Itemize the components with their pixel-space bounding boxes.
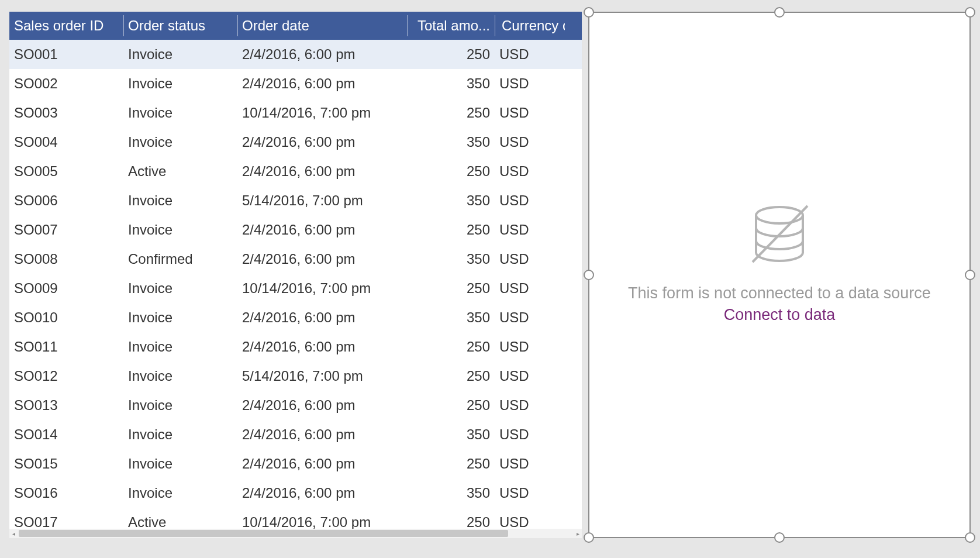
- table-row[interactable]: SO013Invoice2/4/2016, 6:00 pm250USD: [9, 391, 582, 420]
- scroll-left-icon[interactable]: ◂: [9, 531, 18, 537]
- column-header-currency[interactable]: Currency of T: [495, 12, 565, 40]
- cell-sales-order-id: SO011: [9, 339, 123, 355]
- cell-total-amount: 250: [407, 397, 495, 414]
- cell-sales-order-id: SO005: [9, 163, 123, 180]
- cell-order-status: Invoice: [123, 75, 237, 92]
- cell-total-amount: 350: [407, 134, 495, 150]
- cell-sales-order-id: SO015: [9, 456, 123, 472]
- resize-handle-top-right[interactable]: [965, 7, 975, 18]
- cell-order-status: Active: [123, 163, 237, 180]
- cell-order-status: Invoice: [123, 46, 237, 63]
- cell-total-amount: 250: [407, 222, 495, 238]
- cell-sales-order-id: SO007: [9, 222, 123, 238]
- cell-currency: USD: [495, 105, 565, 121]
- cell-order-date: 10/14/2016, 7:00 pm: [237, 105, 407, 121]
- table-row[interactable]: SO016Invoice2/4/2016, 6:00 pm350USD: [9, 478, 582, 508]
- cell-sales-order-id: SO014: [9, 426, 123, 443]
- cell-currency: USD: [495, 485, 565, 501]
- table-row[interactable]: SO008Confirmed2/4/2016, 6:00 pm350USD: [9, 244, 582, 274]
- table-row[interactable]: SO017Active10/14/2016, 7:00 pm250USD: [9, 508, 582, 529]
- cell-order-status: Invoice: [123, 485, 237, 501]
- cell-order-date: 2/4/2016, 6:00 pm: [237, 485, 407, 501]
- table-row[interactable]: SO005Active2/4/2016, 6:00 pm250USD: [9, 157, 582, 186]
- table-body[interactable]: SO001Invoice2/4/2016, 6:00 pm250USDSO002…: [9, 40, 582, 529]
- resize-handle-middle-left[interactable]: [584, 270, 594, 280]
- table-row[interactable]: SO012Invoice5/14/2016, 7:00 pm250USD: [9, 361, 582, 391]
- table-row[interactable]: SO010Invoice2/4/2016, 6:00 pm350USD: [9, 303, 582, 332]
- cell-order-date: 2/4/2016, 6:00 pm: [237, 163, 407, 180]
- resize-handle-top-left[interactable]: [584, 7, 594, 18]
- table-row[interactable]: SO011Invoice2/4/2016, 6:00 pm250USD: [9, 332, 582, 361]
- table-row[interactable]: SO006Invoice5/14/2016, 7:00 pm350USD: [9, 186, 582, 215]
- cell-total-amount: 250: [407, 105, 495, 121]
- cell-order-date: 10/14/2016, 7:00 pm: [237, 514, 407, 529]
- cell-currency: USD: [495, 134, 565, 150]
- cell-total-amount: 250: [407, 339, 495, 355]
- cell-order-status: Active: [123, 514, 237, 529]
- scrollbar-thumb[interactable]: [19, 530, 508, 537]
- cell-sales-order-id: SO016: [9, 485, 123, 501]
- cell-order-status: Invoice: [123, 309, 237, 326]
- resize-handle-top-middle[interactable]: [774, 7, 785, 18]
- scroll-right-icon[interactable]: ▸: [574, 531, 582, 537]
- cell-sales-order-id: SO003: [9, 105, 123, 121]
- cell-total-amount: 350: [407, 192, 495, 209]
- column-header-order-status[interactable]: Order status: [123, 12, 237, 40]
- table-row[interactable]: SO004Invoice2/4/2016, 6:00 pm350USD: [9, 128, 582, 157]
- table-row[interactable]: SO015Invoice2/4/2016, 6:00 pm250USD: [9, 449, 582, 478]
- cell-total-amount: 350: [407, 75, 495, 92]
- cell-sales-order-id: SO009: [9, 280, 123, 297]
- connect-to-data-link[interactable]: Connect to data: [628, 306, 931, 324]
- cell-order-status: Invoice: [123, 105, 237, 121]
- resize-handle-middle-right[interactable]: [965, 270, 975, 280]
- cell-sales-order-id: SO017: [9, 514, 123, 529]
- cell-order-status: Invoice: [123, 280, 237, 297]
- cell-currency: USD: [495, 514, 565, 529]
- cell-sales-order-id: SO002: [9, 75, 123, 92]
- cell-order-date: 2/4/2016, 6:00 pm: [237, 75, 407, 92]
- cell-order-date: 2/4/2016, 6:00 pm: [237, 309, 407, 326]
- cell-currency: USD: [495, 251, 565, 267]
- cell-currency: USD: [495, 46, 565, 63]
- table-row[interactable]: SO002Invoice2/4/2016, 6:00 pm350USD: [9, 69, 582, 98]
- cell-order-date: 2/4/2016, 6:00 pm: [237, 134, 407, 150]
- table-row[interactable]: SO014Invoice2/4/2016, 6:00 pm350USD: [9, 420, 582, 449]
- cell-currency: USD: [495, 192, 565, 209]
- resize-handle-bottom-middle[interactable]: [774, 532, 785, 543]
- table-row[interactable]: SO007Invoice2/4/2016, 6:00 pm250USD: [9, 215, 582, 244]
- cell-sales-order-id: SO012: [9, 368, 123, 384]
- cell-order-date: 5/14/2016, 7:00 pm: [237, 192, 407, 209]
- table-row[interactable]: SO009Invoice10/14/2016, 7:00 pm250USD: [9, 274, 582, 303]
- form-empty-message: This form is not connected to a data sou…: [628, 284, 931, 302]
- cell-currency: USD: [495, 426, 565, 443]
- horizontal-scrollbar[interactable]: ◂ ▸: [9, 529, 582, 538]
- cell-total-amount: 350: [407, 251, 495, 267]
- column-header-sales-order-id[interactable]: Sales order ID: [9, 12, 123, 40]
- cell-currency: USD: [495, 339, 565, 355]
- cell-total-amount: 350: [407, 485, 495, 501]
- cell-currency: USD: [495, 397, 565, 414]
- column-header-total-amount[interactable]: Total amo...: [407, 12, 495, 40]
- cell-order-date: 2/4/2016, 6:00 pm: [237, 46, 407, 63]
- cell-currency: USD: [495, 456, 565, 472]
- cell-order-status: Invoice: [123, 222, 237, 238]
- cell-currency: USD: [495, 309, 565, 326]
- table-row[interactable]: SO003Invoice10/14/2016, 7:00 pm250USD: [9, 98, 582, 128]
- svg-point-0: [756, 207, 803, 223]
- cell-order-date: 10/14/2016, 7:00 pm: [237, 280, 407, 297]
- table-header-row: Sales order ID Order status Order date T…: [9, 12, 582, 40]
- table-row[interactable]: SO001Invoice2/4/2016, 6:00 pm250USD: [9, 40, 582, 69]
- resize-handle-bottom-right[interactable]: [965, 532, 975, 543]
- cell-order-status: Invoice: [123, 339, 237, 355]
- cell-total-amount: 250: [407, 514, 495, 529]
- cell-currency: USD: [495, 163, 565, 180]
- form-control[interactable]: This form is not connected to a data sou…: [588, 12, 971, 538]
- database-disconnected-icon: [744, 202, 815, 270]
- cell-order-date: 2/4/2016, 6:00 pm: [237, 426, 407, 443]
- cell-total-amount: 350: [407, 426, 495, 443]
- column-header-order-date[interactable]: Order date: [237, 12, 407, 40]
- resize-handle-bottom-left[interactable]: [584, 532, 594, 543]
- cell-sales-order-id: SO006: [9, 192, 123, 209]
- cell-sales-order-id: SO008: [9, 251, 123, 267]
- cell-order-status: Invoice: [123, 368, 237, 384]
